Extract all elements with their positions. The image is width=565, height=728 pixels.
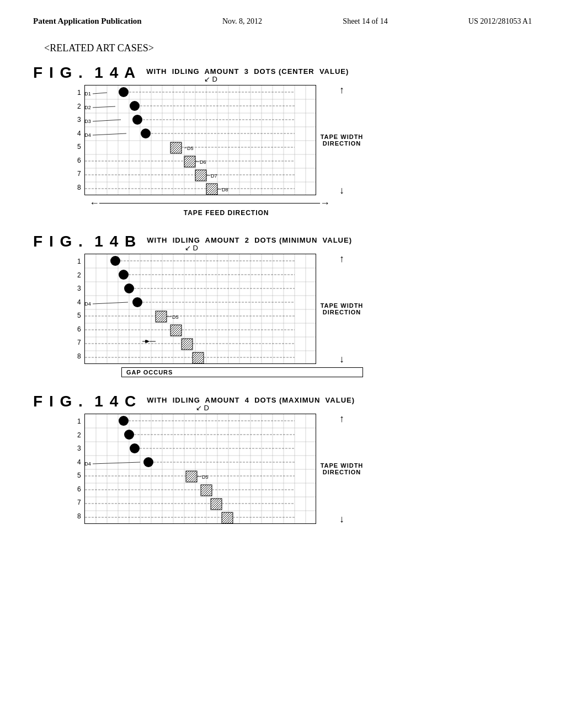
tape-width-text-line2: DIRECTION <box>323 140 361 147</box>
svg-text:D8: D8 <box>222 187 228 192</box>
svg-rect-99 <box>156 311 167 322</box>
svg-line-28 <box>93 93 107 94</box>
tape-width-text-line2: DIRECTION <box>323 469 361 475</box>
tape-width-text-line2: DIRECTION <box>323 309 361 315</box>
svg-rect-43 <box>170 142 182 153</box>
row-num: 2 <box>77 431 81 439</box>
svg-text:D4: D4 <box>84 132 91 138</box>
svg-point-144 <box>124 430 134 440</box>
fig-14c-caption: WITH IDLING AMOUNT 4 DOTS (MAXIMUN VALUE… <box>147 396 355 404</box>
figure-14a-section: F I G . 1 4 A WITH IDLING AMOUNT 3 DOTS … <box>33 64 532 217</box>
svg-point-29 <box>119 87 129 97</box>
svg-rect-152 <box>186 471 197 482</box>
svg-rect-52 <box>195 170 206 181</box>
d-arrow-14b: ↙ D <box>185 244 198 252</box>
row-num: 6 <box>77 157 81 164</box>
svg-text:D3: D3 <box>84 119 91 124</box>
tape-width-arrow-up: ↑ <box>339 254 344 264</box>
row-num: 4 <box>77 298 81 306</box>
row-num: 3 <box>77 445 81 452</box>
row-num: 7 <box>77 339 81 346</box>
row-num: 5 <box>77 312 81 319</box>
row-num: 1 <box>77 258 81 265</box>
row-num: 8 <box>77 352 81 360</box>
svg-point-97 <box>132 297 142 307</box>
row-num: 6 <box>77 485 81 493</box>
svg-point-150 <box>143 457 153 467</box>
figure-14c-section: F I G . 1 4 C WITH IDLING AMOUNT 4 DOTS … <box>33 393 532 524</box>
svg-point-146 <box>130 443 140 453</box>
figure-14b-title-row: F I G . 1 4 B WITH IDLING AMOUNT 2 DOTS … <box>33 233 532 250</box>
svg-text:D5: D5 <box>172 314 179 320</box>
figure-14b-section: F I G . 1 4 B WITH IDLING AMOUNT 2 DOTS … <box>33 233 532 377</box>
row-num: 1 <box>77 89 81 97</box>
svg-point-89 <box>110 256 120 266</box>
svg-text:D1: D1 <box>84 91 91 97</box>
gap-occurs-box: GAP OCCURS <box>121 367 363 377</box>
row-num: 8 <box>77 512 81 520</box>
tape-width-text-line1: TAPE WIDTH <box>321 302 364 309</box>
row-num: 3 <box>77 116 81 124</box>
svg-point-41 <box>141 129 151 138</box>
tape-width-arrow-down: ↓ <box>339 185 344 195</box>
tape-feed-row: ← → <box>89 197 363 209</box>
svg-rect-47 <box>184 156 195 167</box>
row-num: 5 <box>77 143 81 151</box>
svg-rect-104 <box>170 325 182 336</box>
row-num: 6 <box>77 325 81 333</box>
date-label: Nov. 8, 2012 <box>222 17 262 26</box>
svg-line-36 <box>93 120 121 121</box>
svg-text:D2: D2 <box>84 105 91 110</box>
grid-14b: D4 D5 <box>84 254 316 364</box>
svg-point-91 <box>119 270 129 280</box>
row-num: 8 <box>77 184 81 191</box>
svg-rect-157 <box>201 485 212 496</box>
grid-14a: D1 D2 D3 D4 <box>84 85 316 195</box>
row-num: 5 <box>77 472 81 479</box>
gap-occurs-label: GAP OCCURS <box>121 367 363 377</box>
tape-width-arrow-up: ↑ <box>339 414 344 424</box>
tape-feed-label-14a: TAPE FEED DIRECTION <box>89 209 363 217</box>
fig-14b-caption: WITH IDLING AMOUNT 2 DOTS (MINIMUN VALUE… <box>147 236 352 244</box>
tape-width-arrow-down: ↓ <box>339 514 344 524</box>
row-num: 4 <box>77 458 81 466</box>
svg-point-33 <box>130 101 140 111</box>
tape-width-arrow-up: ↑ <box>339 85 344 95</box>
svg-line-149 <box>93 462 140 464</box>
row-num: 7 <box>77 499 81 506</box>
svg-rect-160 <box>211 499 222 510</box>
svg-rect-107 <box>182 339 193 350</box>
row-num: 2 <box>77 103 81 110</box>
fig-14b-label: F I G . 1 4 B <box>33 233 137 250</box>
svg-text:D5: D5 <box>187 146 194 151</box>
row-num: 1 <box>77 417 81 425</box>
figure-14c-title-row: F I G . 1 4 C WITH IDLING AMOUNT 4 DOTS … <box>33 393 532 410</box>
svg-text:D4: D4 <box>84 301 91 307</box>
svg-rect-163 <box>222 512 233 523</box>
sheet-label: Sheet 14 of 14 <box>343 17 387 26</box>
figure-14a-title-row: F I G . 1 4 A WITH IDLING AMOUNT 3 DOTS … <box>33 64 532 82</box>
fig-14a-label: F I G . 1 4 A <box>33 64 136 82</box>
grid-14c: D4 D5 <box>84 414 316 524</box>
patent-label: US 2012/281053 A1 <box>468 17 532 26</box>
svg-text:D7: D7 <box>211 173 217 179</box>
svg-point-142 <box>119 416 129 426</box>
svg-line-96 <box>93 302 128 304</box>
svg-rect-57 <box>206 184 217 195</box>
row-num: 3 <box>77 285 81 292</box>
tape-width-text-line1: TAPE WIDTH <box>321 133 364 140</box>
publication-label: Patent Application Publication <box>33 17 142 26</box>
related-art-label: <RELATED ART CASES> <box>44 42 532 54</box>
svg-text:D4: D4 <box>84 461 91 467</box>
row-num: 2 <box>77 271 81 279</box>
row-num: 4 <box>77 130 81 137</box>
page-header: Patent Application Publication Nov. 8, 2… <box>33 17 532 26</box>
svg-point-93 <box>124 283 134 293</box>
d-arrow-14a: ↙ D <box>204 75 217 83</box>
svg-text:D5: D5 <box>202 474 209 480</box>
d-arrow-14c: ↙ D <box>196 404 209 412</box>
page: Patent Application Publication Nov. 8, 2… <box>0 0 565 728</box>
svg-text:D6: D6 <box>200 159 206 165</box>
row-num: 7 <box>77 170 81 178</box>
svg-point-37 <box>132 115 142 125</box>
